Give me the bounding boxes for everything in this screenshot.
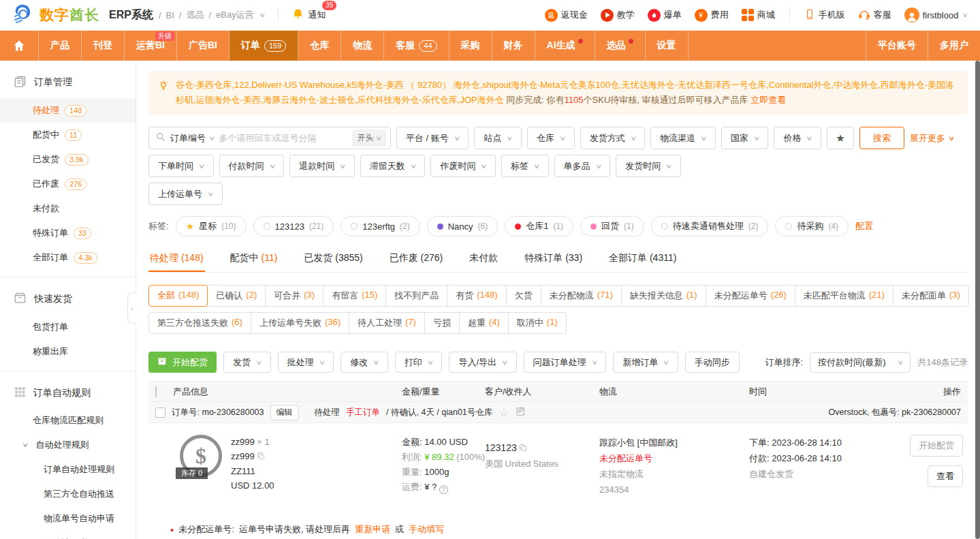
- tag-warehouse1[interactable]: 仓库1(1): [505, 216, 573, 236]
- sidebar-item-warehouse-logistics-match[interactable]: 仓库物流匹配规则: [0, 408, 136, 433]
- nav-tab-finance[interactable]: 财务: [492, 31, 535, 61]
- nav-tab-logistics[interactable]: 物流: [341, 31, 384, 61]
- sidebar-item-unpaid[interactable]: 未付款: [0, 196, 136, 221]
- nav-tab-warehouse[interactable]: 仓库: [298, 31, 341, 61]
- tag-dropdown[interactable]: 标签∨: [501, 155, 549, 177]
- hot-sale-link[interactable]: 爆单: [648, 9, 682, 22]
- search-field-selector[interactable]: 订单编号∨: [170, 132, 215, 144]
- copy-icon[interactable]: [257, 450, 265, 464]
- nav-tab-purchase[interactable]: 采购: [449, 31, 492, 61]
- warehouse-dropdown[interactable]: 仓库∨: [527, 127, 575, 149]
- subfilter-loss[interactable]: 亏损: [424, 312, 460, 334]
- customer-name[interactable]: 123123: [485, 442, 517, 453]
- subfilter-overweight[interactable]: 超重(4): [459, 312, 509, 334]
- notification-button[interactable]: 通知 39: [292, 8, 326, 22]
- nav-tab-products[interactable]: 产品: [39, 31, 82, 61]
- view-now-link[interactable]: 立即查看: [750, 95, 786, 105]
- subfilter-mergeable[interactable]: 可合并(3): [265, 285, 323, 307]
- shipping-method-dropdown[interactable]: 发货方式∨: [580, 127, 646, 149]
- subfilter-product-not-found[interactable]: 找不到产品: [385, 285, 447, 307]
- expand-more-link[interactable]: 展开更多∨: [910, 127, 954, 149]
- manual-sync-button[interactable]: 手动同步: [685, 352, 740, 373]
- row-view-button[interactable]: 查看: [928, 465, 963, 487]
- sidebar-item-voided[interactable]: 已作废276: [0, 172, 136, 196]
- single-multi-dropdown[interactable]: 单多品∨: [554, 155, 611, 177]
- edit-order-button[interactable]: 编辑: [270, 405, 299, 420]
- subfilter-all[interactable]: 全部(148): [148, 285, 208, 307]
- vertical-scrollbar[interactable]: [975, 61, 980, 539]
- match-mode-selector[interactable]: 开头∨: [352, 129, 386, 147]
- import-export-dropdown[interactable]: 导入/导出∨: [449, 352, 516, 373]
- breadcrumb-ebay[interactable]: eBay运营: [216, 9, 254, 21]
- breadcrumb-xuanpin[interactable]: 选品: [186, 9, 204, 21]
- tab-voided[interactable]: 已作废 (276): [388, 245, 445, 272]
- tag-config-link[interactable]: 配置: [855, 220, 873, 232]
- tab-shipped[interactable]: 已发货 (3855): [302, 245, 364, 272]
- reapply-link[interactable]: 重新申请: [355, 523, 390, 536]
- search-input[interactable]: [219, 133, 348, 143]
- subfilter-missing-customs[interactable]: 缺失报关信息(1): [621, 285, 706, 307]
- subfilter-no-logistics[interactable]: 未分配物流(71): [541, 285, 622, 307]
- mall-link[interactable]: 商城: [742, 9, 775, 21]
- select-all-checkbox[interactable]: [155, 386, 157, 397]
- cashback-link[interactable]: 返 返现金: [545, 9, 588, 22]
- ship-time-dropdown[interactable]: 发货时间∨: [616, 155, 681, 177]
- mobile-version-link[interactable]: 手机版: [804, 8, 845, 22]
- subfilter-out-of-stock[interactable]: 欠货: [506, 285, 541, 307]
- subfilter-no-label[interactable]: 未分配面单(3): [893, 285, 969, 307]
- copy-icon[interactable]: [519, 442, 527, 457]
- tag-aliexpress-pending[interactable]: 待速卖通销售处理(2): [651, 216, 769, 236]
- nav-tab-ai-generate[interactable]: AI生成: [535, 31, 595, 61]
- tab-all-orders[interactable]: 全部订单 (4311): [607, 245, 678, 272]
- nav-tab-settings[interactable]: 设置: [646, 31, 689, 61]
- pay-time-dropdown[interactable]: 付款时间∨: [219, 155, 285, 177]
- product-name[interactable]: zz999: [231, 437, 255, 447]
- print-dropdown[interactable]: 打印∨: [395, 352, 443, 373]
- nav-tab-orders[interactable]: 订单159: [230, 31, 298, 61]
- sidebar-item-auto-tax-id[interactable]: 自动填写税号: [0, 531, 136, 539]
- problem-orders-dropdown[interactable]: 问题订单处理∨: [524, 352, 607, 373]
- subfilter-push-failed[interactable]: 第三方仓推送失败(6): [148, 312, 251, 334]
- subfilter-in-stock[interactable]: 有货(148): [447, 285, 506, 307]
- tutorial-link[interactable]: 教学: [601, 9, 635, 22]
- refund-time-dropdown[interactable]: 退款时间∨: [289, 155, 355, 177]
- tag-nancy[interactable]: Nancy(6): [427, 216, 499, 236]
- subfilter-with-message[interactable]: 有留言(15): [323, 285, 386, 307]
- breadcrumb[interactable]: / BI / 选品 / eBay运营 ∨: [159, 9, 264, 21]
- sidebar-item-all-orders[interactable]: 全部订单4.3k: [0, 245, 136, 270]
- sidebar-item-special-orders[interactable]: 特殊订单33: [0, 221, 136, 245]
- tab-special-orders[interactable]: 特殊订单 (33): [523, 245, 584, 272]
- subfilter-no-tracking[interactable]: 未分配运单号(26): [706, 285, 795, 307]
- tab-unpaid[interactable]: 未付款: [468, 245, 499, 272]
- ship-dropdown[interactable]: 发货∨: [223, 352, 271, 373]
- breadcrumb-bi[interactable]: BI: [166, 10, 174, 20]
- sidebar-collapse-handle[interactable]: ‹: [127, 292, 136, 324]
- fees-link[interactable]: ¥ 费用: [695, 9, 729, 22]
- star-outline-icon[interactable]: ☆: [499, 407, 509, 418]
- sidebar-item-order-auto-process[interactable]: 订单自动处理规则: [0, 457, 136, 482]
- nav-tab-ad-bi[interactable]: 广告BI: [177, 31, 230, 61]
- subfilter-confirmed[interactable]: 已确认(2): [207, 285, 266, 307]
- sort-select[interactable]: 按付款时间(最新)∨: [810, 352, 911, 373]
- user-menu[interactable]: firstblood ∨: [904, 7, 968, 22]
- tag-return[interactable]: 回货(1): [580, 216, 644, 236]
- tab-allocating[interactable]: 配货中 (11): [229, 245, 279, 272]
- order-time-dropdown[interactable]: 下单时间∨: [148, 155, 214, 177]
- subfilter-upload-failed[interactable]: 上传运单号失败(36): [251, 312, 349, 334]
- sidebar-item-pack-print[interactable]: 包货打单: [0, 315, 136, 339]
- modify-dropdown[interactable]: 修改∨: [341, 352, 388, 373]
- sidebar-item-weigh-outbound[interactable]: 称重出库: [0, 339, 136, 364]
- nav-tab-customer-service[interactable]: 客服44: [384, 31, 449, 61]
- customer-support-link[interactable]: 客服: [858, 8, 891, 22]
- batch-dropdown[interactable]: 批处理∨: [278, 352, 334, 373]
- logistics-channel-dropdown[interactable]: 物流渠道∨: [650, 127, 716, 149]
- tab-pending[interactable]: 待处理 (148): [148, 245, 205, 272]
- stranded-days-dropdown[interactable]: 滞留天数∨: [360, 155, 426, 177]
- search-button[interactable]: 搜索: [859, 127, 904, 149]
- sidebar-item-auto-process-rules[interactable]: ∨自动处理规则: [0, 433, 136, 457]
- void-time-dropdown[interactable]: 作废时间∨: [430, 155, 496, 177]
- logo[interactable]: 数字酋长: [12, 3, 99, 28]
- sidebar-item-pending[interactable]: 待处理148: [0, 98, 136, 123]
- subfilter-cancelling[interactable]: 取消中(1): [508, 312, 567, 334]
- tag-star[interactable]: ★星标(10): [176, 216, 247, 236]
